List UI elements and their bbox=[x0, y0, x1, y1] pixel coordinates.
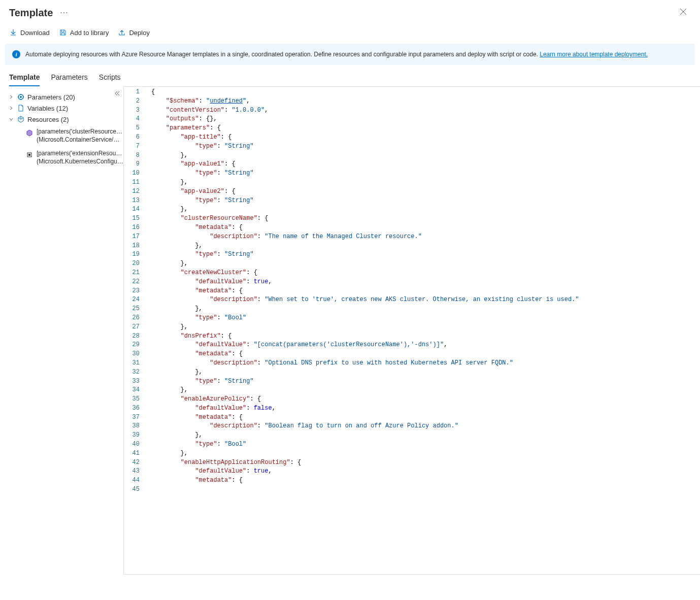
deploy-label: Deploy bbox=[129, 29, 149, 37]
deploy-icon bbox=[118, 28, 126, 37]
save-icon bbox=[59, 28, 67, 37]
tab-scripts[interactable]: Scripts bbox=[99, 70, 121, 86]
tree-variables[interactable]: Variables (12) bbox=[9, 103, 123, 114]
tree-sub-line1: [parameters('extensionResourceNa bbox=[37, 150, 123, 158]
close-icon[interactable] bbox=[676, 6, 691, 19]
chevron-right-icon bbox=[9, 94, 14, 100]
code-content[interactable]: { "$schema": "undefined", "contentVersio… bbox=[149, 87, 700, 574]
download-icon bbox=[9, 28, 17, 37]
svg-rect-3 bbox=[28, 154, 30, 156]
more-icon[interactable]: ··· bbox=[58, 8, 70, 17]
tree-parameters-label: Parameters (20) bbox=[27, 93, 75, 101]
banner-text: Automate deploying resources with Azure … bbox=[25, 51, 540, 58]
tree-resource-item-cluster[interactable]: [parameters('clusterResourceName (Micros… bbox=[19, 125, 123, 147]
info-banner: i Automate deploying resources with Azur… bbox=[5, 44, 695, 65]
tab-template[interactable]: Template bbox=[9, 70, 40, 86]
code-editor[interactable]: 1234567891011121314151617181920212223242… bbox=[123, 86, 700, 575]
tree-parameters[interactable]: Parameters (20) bbox=[9, 91, 123, 103]
sidebar: Parameters (20) Variables (12) Resources… bbox=[0, 86, 123, 575]
add-to-library-button[interactable]: Add to library bbox=[59, 28, 109, 37]
resources-icon bbox=[17, 115, 25, 123]
tree-resources[interactable]: Resources (2) bbox=[9, 114, 123, 125]
cluster-icon bbox=[25, 129, 34, 137]
svg-point-1 bbox=[20, 96, 22, 98]
tree-sub-line2: (Microsoft.KubernetesConfiguratio bbox=[37, 158, 123, 166]
chevron-down-icon bbox=[9, 117, 14, 122]
tab-parameters[interactable]: Parameters bbox=[51, 70, 87, 86]
line-numbers: 1234567891011121314151617181920212223242… bbox=[124, 87, 149, 574]
tree-sub-line2: (Microsoft.ContainerService/mana bbox=[37, 136, 123, 144]
download-button[interactable]: Download bbox=[9, 28, 50, 37]
info-icon: i bbox=[12, 50, 20, 58]
extension-icon bbox=[25, 151, 34, 159]
tree-resource-item-extension[interactable]: [parameters('extensionResourceNa (Micros… bbox=[19, 147, 123, 169]
tree-variables-label: Variables (12) bbox=[27, 105, 68, 112]
tree-sub-line1: [parameters('clusterResourceName bbox=[37, 128, 123, 136]
chevron-right-icon bbox=[9, 106, 14, 111]
variables-icon bbox=[17, 104, 25, 112]
deploy-button[interactable]: Deploy bbox=[118, 28, 149, 37]
page-title: Template bbox=[9, 7, 53, 19]
add-to-library-label: Add to library bbox=[70, 29, 109, 37]
learn-more-link[interactable]: Learn more about template deployment. bbox=[540, 51, 648, 58]
parameters-icon bbox=[17, 93, 25, 101]
collapse-sidebar-icon[interactable] bbox=[114, 90, 120, 98]
download-label: Download bbox=[20, 29, 50, 37]
tree-resources-label: Resources (2) bbox=[27, 116, 69, 123]
